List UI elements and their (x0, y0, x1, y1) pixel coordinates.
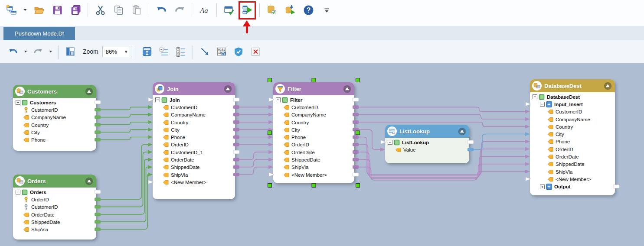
collapse-node-button[interactable] (85, 177, 94, 186)
selection-handle[interactable] (356, 78, 360, 82)
collapse-all-button[interactable] (157, 45, 171, 58)
connection-line[interactable] (239, 167, 269, 175)
redo-button[interactable] (31, 45, 45, 58)
node-header[interactable]: Join (153, 82, 235, 95)
selection-handle[interactable] (268, 131, 272, 135)
link-tool-button[interactable] (198, 45, 212, 58)
tree-row-customerid[interactable]: CustomerID (530, 108, 615, 116)
tree-row-customerid-1[interactable]: CustomerID_1 (153, 149, 235, 156)
connection-line[interactable] (359, 167, 526, 180)
tree-row-new-member[interactable]: <New Member> (153, 178, 235, 186)
node-header[interactable]: DatabaseDest (530, 79, 615, 92)
connection-line[interactable] (101, 167, 148, 222)
data-preview-button[interactable]: 010110 (215, 45, 229, 58)
undo-dropdown[interactable] (23, 45, 28, 58)
tree-row-country[interactable]: Country (153, 119, 235, 126)
tree-row-value[interactable]: Value (385, 146, 469, 153)
connection-line[interactable] (101, 145, 148, 200)
collapse-node-button[interactable] (343, 84, 352, 94)
connection-line[interactable] (359, 115, 526, 119)
chevron-down-icon[interactable]: ▼ (123, 49, 130, 54)
connection-line[interactable] (239, 152, 269, 159)
tree-row-output[interactable]: Output (530, 183, 615, 191)
collapse-node-button[interactable] (223, 84, 232, 94)
tree-expander-minus-icon[interactable] (533, 94, 537, 99)
tree-row-country[interactable]: Country (530, 123, 615, 130)
connection-line[interactable] (101, 137, 148, 140)
node-join[interactable]: JoinJoinCustomerIDCompanyNameCountryCity… (153, 82, 235, 199)
toolbar-overflow-button[interactable] (319, 2, 334, 18)
tree-row-companyname[interactable]: CompanyName (530, 116, 615, 123)
save-button[interactable] (49, 2, 65, 18)
copy-button[interactable] (111, 2, 126, 18)
tree-expander-minus-icon[interactable] (388, 140, 392, 145)
redo-dropdown[interactable] (48, 45, 53, 58)
tree-expander-plus-icon[interactable] (540, 184, 545, 189)
tree-row-filter[interactable]: Filter (273, 96, 354, 104)
tree-row-orderdate[interactable]: OrderDate (273, 149, 354, 156)
tree-row-input-insert[interactable]: Input_Insert (530, 100, 615, 108)
collapse-node-button[interactable] (603, 81, 612, 91)
auto-layout-button[interactable] (140, 45, 154, 58)
collapse-node-button[interactable] (85, 87, 94, 96)
new-dataflow-dropdown[interactable] (22, 2, 29, 18)
node-customers[interactable]: CustomersCustomersCustomerIDCompanyNameC… (13, 85, 96, 151)
tree-row-shipvia[interactable]: ShipVia (273, 164, 354, 171)
tree-row-customerid[interactable]: CustomerID (13, 204, 96, 211)
tree-row-phone[interactable]: Phone (13, 136, 96, 143)
verify-window-button[interactable] (221, 2, 237, 18)
tree-row-orderid[interactable]: OrderID (273, 141, 354, 149)
node-header[interactable]: Filter (273, 82, 354, 95)
connection-line[interactable] (474, 134, 526, 150)
connection-line[interactable] (101, 152, 148, 207)
connection-line[interactable] (101, 122, 148, 125)
cut-button[interactable] (92, 2, 108, 18)
tree-row-city[interactable]: City (530, 130, 615, 138)
tree-row-shipvia[interactable]: ShipVia (530, 168, 615, 175)
tree-row-phone[interactable]: Phone (153, 133, 235, 141)
remove-button[interactable] (248, 45, 262, 58)
undo-button[interactable] (6, 45, 20, 58)
tree-expander-minus-icon[interactable] (276, 97, 281, 102)
tree-expander-minus-icon[interactable] (155, 97, 160, 102)
node-dbdest[interactable]: DatabaseDestDatabaseDestInput_InsertCust… (530, 79, 615, 195)
selection-handle[interactable] (268, 184, 272, 188)
tree-row-orderid[interactable]: OrderID (13, 196, 96, 203)
tree-row-shippeddate[interactable]: ShippedDate (153, 164, 235, 171)
tree-row-orders[interactable]: Orders (13, 188, 96, 196)
tree-row-companyname[interactable]: CompanyName (153, 111, 235, 119)
database-run-button[interactable] (282, 2, 298, 18)
zoom-select[interactable]: 86%▼ (102, 46, 130, 57)
tree-row-databasedest[interactable]: DatabaseDest (530, 93, 615, 100)
tree-row-shippeddate[interactable]: ShippedDate (530, 161, 615, 168)
selection-handle[interactable] (268, 78, 272, 82)
tree-row-companyname[interactable]: CompanyName (13, 114, 96, 121)
dataflow-canvas[interactable]: CustomersCustomersCustomerIDCompanyNameC… (0, 63, 644, 246)
tree-row-customerid[interactable]: CustomerID (153, 104, 235, 111)
tree-row-city[interactable]: City (13, 129, 96, 136)
tree-row-orderdate[interactable]: OrderDate (530, 153, 615, 160)
selection-handle[interactable] (312, 78, 316, 82)
selection-handle[interactable] (356, 131, 360, 135)
tree-row-new-member[interactable]: <New Member> (530, 175, 615, 183)
expand-all-button[interactable] (174, 45, 188, 58)
tree-row-shippeddate[interactable]: ShippedDate (13, 218, 96, 226)
connection-line[interactable] (359, 107, 526, 111)
tree-row-city[interactable]: City (273, 126, 354, 133)
tab-pushdown-mode[interactable]: Pushdown Mode.Df (3, 27, 75, 40)
tree-expander-minus-icon[interactable] (16, 100, 20, 105)
selection-handle[interactable] (356, 184, 360, 188)
node-listlookup[interactable]: ListLookupListLookupValue (385, 125, 469, 163)
tree-expander-minus-icon[interactable] (540, 102, 545, 107)
connection-line[interactable] (101, 159, 148, 214)
node-orders[interactable]: OrdersOrdersOrderIDCustomerIDOrderDateSh… (13, 175, 96, 240)
tree-row-listlookup[interactable]: ListLookup (385, 139, 469, 146)
connection-line[interactable] (239, 159, 269, 167)
tree-row-customerid[interactable]: CustomerID (13, 106, 96, 113)
connection-line[interactable] (101, 175, 148, 230)
tree-row-shipvia[interactable]: ShipVia (153, 171, 235, 178)
collapse-node-button[interactable] (458, 127, 467, 136)
connection-line[interactable] (101, 115, 148, 117)
tree-row-city[interactable]: City (153, 126, 235, 133)
tree-row-country[interactable]: Country (13, 121, 96, 129)
